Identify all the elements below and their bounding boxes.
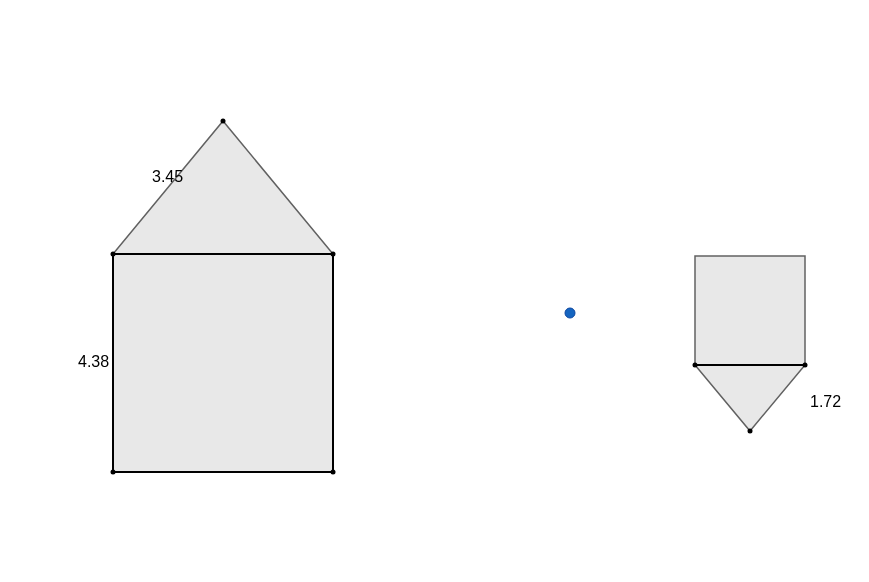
- vertex-point: [111, 470, 116, 475]
- center-point[interactable]: [565, 308, 575, 318]
- house-large-square: [113, 254, 333, 472]
- vertex-point: [331, 252, 336, 257]
- vertex-point: [748, 429, 753, 434]
- label-side-large: 4.38: [78, 353, 109, 371]
- vertex-point: [111, 252, 116, 257]
- vertex-point: [331, 470, 336, 475]
- vertex-point: [221, 119, 226, 124]
- house-small: [693, 256, 808, 434]
- geometry-canvas: [0, 0, 869, 582]
- vertex-point: [693, 363, 698, 368]
- house-small-roof: [695, 365, 805, 431]
- label-roof-small: 1.72: [810, 393, 841, 411]
- vertex-point: [803, 363, 808, 368]
- house-large: [111, 119, 336, 475]
- house-large-roof: [113, 121, 333, 254]
- label-roof-large: 3.45: [152, 168, 183, 186]
- house-small-square: [695, 256, 805, 365]
